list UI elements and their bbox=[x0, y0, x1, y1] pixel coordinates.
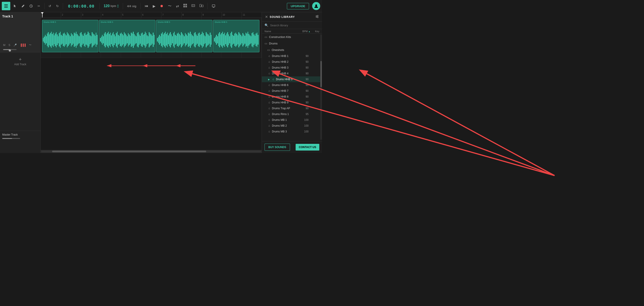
ruler-mark-8: 8 bbox=[181, 12, 202, 17]
annotation-arrows bbox=[41, 58, 262, 150]
lib-item-6[interactable]: ♫ Drums HHB 7 90 bbox=[262, 88, 322, 94]
record-button[interactable]: ⏺ bbox=[158, 3, 165, 9]
play-button[interactable]: ▶ bbox=[151, 3, 157, 9]
library-search: 🔍 bbox=[262, 22, 322, 29]
bpm-arrows[interactable]: ▲▼ bbox=[117, 4, 119, 8]
lib-item-13[interactable]: ♫ Drums MB 3 100 bbox=[262, 129, 322, 134]
contact-us-button[interactable]: CONTACT US bbox=[296, 144, 319, 151]
waveform-icon-0: ♫ bbox=[268, 54, 270, 58]
svg-rect-10 bbox=[192, 4, 195, 7]
clip-4-label: Drums HHB 5 bbox=[214, 20, 228, 24]
divider-2 bbox=[63, 3, 63, 9]
folder-oneshots-icon: ▭ bbox=[267, 48, 270, 52]
lib-item-0[interactable]: ♫ Drums HHB 1 90 bbox=[262, 53, 322, 59]
device-button-2[interactable] bbox=[190, 3, 197, 9]
clip-1-waveform bbox=[42, 28, 98, 51]
folder-construction-kits[interactable]: ▭ Construction Kits bbox=[262, 34, 322, 40]
clip-1[interactable]: Drums HHB 5 bbox=[42, 20, 98, 52]
waveform-icon-12: ♫ bbox=[268, 124, 270, 127]
track-1-controls: M S 🎤 ▐▐▐ 〜 bbox=[2, 43, 38, 47]
track-1-name: Track 1 bbox=[2, 14, 38, 18]
pencil-tool[interactable] bbox=[20, 3, 26, 9]
lib-item-7[interactable]: ♫ Drums HHB 8 90 bbox=[262, 94, 322, 100]
user-avatar[interactable] bbox=[312, 2, 320, 10]
item-bpm-4: 90 bbox=[298, 78, 308, 81]
lib-item-4[interactable]: ▶ ♫ Drums HHB 5 90 bbox=[262, 76, 322, 82]
item-bpm-12: 100 bbox=[298, 124, 308, 127]
upgrade-button[interactable]: UPGRADE bbox=[287, 3, 309, 9]
track-solo-button[interactable]: S bbox=[8, 43, 11, 47]
item-name-3: Drums HHB 4 bbox=[272, 72, 296, 75]
lib-item-8[interactable]: ♫ Drums HHB 9 90 bbox=[262, 100, 322, 105]
clip-2-label: Drums HHB 5 bbox=[100, 20, 114, 24]
undo-button[interactable]: ↺ bbox=[47, 3, 53, 9]
lib-item-11[interactable]: ♫ Drums MB 1 100 bbox=[262, 117, 322, 123]
device-button-3[interactable] bbox=[198, 3, 205, 9]
lib-item-9[interactable]: ♫ Drums Trap AP 90 bbox=[262, 105, 322, 111]
item-bpm-11: 100 bbox=[298, 118, 308, 121]
add-track-button[interactable]: + bbox=[19, 57, 22, 62]
track-meter-button[interactable]: ▐▐▐ bbox=[19, 43, 26, 47]
waveform-button[interactable]: 〜 bbox=[166, 3, 173, 9]
master-volume-slider[interactable] bbox=[2, 138, 20, 139]
item-name-2: Drums HHB 3 bbox=[272, 66, 296, 69]
device-button-1[interactable] bbox=[182, 3, 189, 9]
main-area: Track 1 M S 🎤 ▐▐▐ 〜 + Add Track Master T… bbox=[0, 12, 322, 153]
folder-oneshots[interactable]: ▭ Oneshots bbox=[262, 47, 322, 53]
master-track-area: Master Track bbox=[0, 131, 40, 153]
redo-button[interactable]: ↻ bbox=[54, 3, 60, 9]
export-button[interactable] bbox=[210, 3, 217, 9]
waveform-icon-11: ♫ bbox=[268, 118, 270, 121]
waveform-icon-2: ♫ bbox=[268, 66, 270, 69]
track-arm-button[interactable]: 🎤 bbox=[12, 43, 18, 47]
library-header: ✕ SOUND LIBRARY bbox=[262, 12, 322, 22]
svg-rect-2 bbox=[4, 7, 8, 7]
svg-rect-6 bbox=[183, 4, 185, 5]
library-settings-button[interactable] bbox=[315, 15, 319, 19]
clip-3[interactable]: Drums HHB 5 bbox=[156, 20, 212, 52]
horizontal-scrollbar[interactable] bbox=[41, 150, 262, 153]
svg-rect-1 bbox=[4, 6, 8, 6]
pointer-tool[interactable] bbox=[12, 3, 18, 9]
svg-point-19 bbox=[315, 4, 317, 6]
clip-2[interactable]: Drums HHB 5 bbox=[99, 20, 156, 52]
track-mute-button[interactable]: M bbox=[2, 43, 6, 47]
bpm-sort-arrow: ▲ bbox=[308, 30, 310, 33]
clip-4[interactable]: Drums HHB 5 bbox=[213, 20, 260, 52]
ruler-mark-1: 1 bbox=[41, 12, 61, 17]
master-volume-fill bbox=[2, 138, 12, 139]
item-bpm-2: 90 bbox=[298, 66, 308, 69]
search-input[interactable] bbox=[270, 24, 319, 27]
lib-item-12[interactable]: ♫ Drums MB 2 100 bbox=[262, 123, 322, 129]
col-bpm-header[interactable]: BPM ▲ bbox=[299, 30, 310, 33]
lib-item-3[interactable]: ♫ Drums HHB 4 90 bbox=[262, 71, 322, 76]
sig-label: sig bbox=[132, 4, 136, 8]
svg-point-28 bbox=[316, 16, 317, 17]
item-bpm-9: 90 bbox=[298, 107, 308, 110]
clip-3-label: Drums HHB 5 bbox=[157, 20, 171, 24]
track-1-header: Track 1 M S 🎤 ▐▐▐ 〜 bbox=[0, 12, 40, 52]
lib-item-10[interactable]: ♫ Drums Rims 1 95 bbox=[262, 111, 322, 117]
scissors-tool[interactable]: ✂ bbox=[36, 3, 42, 9]
empty-lanes bbox=[41, 58, 262, 150]
loop-button[interactable]: ⇄ bbox=[174, 3, 181, 9]
skip-back-button[interactable]: ⏮ bbox=[143, 3, 150, 9]
lib-item-1[interactable]: ♫ Drums HHB 2 90 bbox=[262, 59, 322, 65]
clock-tool[interactable] bbox=[28, 3, 34, 9]
library-scrollbar[interactable] bbox=[320, 35, 322, 140]
track-automation-button[interactable]: 〜 bbox=[28, 43, 32, 47]
item-bpm-10: 95 bbox=[298, 113, 308, 116]
lib-item-2[interactable]: ♫ Drums HHB 3 90 bbox=[262, 65, 322, 71]
toolbar: ✂ ↺ ↻ 0:00:00.00 120 bpm ▲▼ 4/4 sig ⏮ ▶ … bbox=[0, 0, 322, 12]
track-volume-slider[interactable] bbox=[3, 49, 16, 50]
play-indicator: ▶ bbox=[268, 78, 270, 81]
folder-drums[interactable]: ▭ Drums bbox=[262, 40, 322, 47]
lib-item-5[interactable]: ♫ Drums HHB 6 90 bbox=[262, 82, 322, 88]
item-bpm-0: 90 bbox=[298, 54, 308, 58]
scrollbar-thumb[interactable] bbox=[52, 151, 206, 152]
menu-button[interactable] bbox=[2, 2, 10, 10]
ruler-marks: 1 2 3 4 5 6 7 8 9 10 11 bbox=[41, 12, 262, 17]
buy-sounds-button[interactable]: BUY SOUNDS bbox=[264, 144, 290, 151]
ruler-mark-5: 5 bbox=[121, 12, 141, 17]
library-close-button[interactable]: ✕ bbox=[265, 15, 268, 19]
